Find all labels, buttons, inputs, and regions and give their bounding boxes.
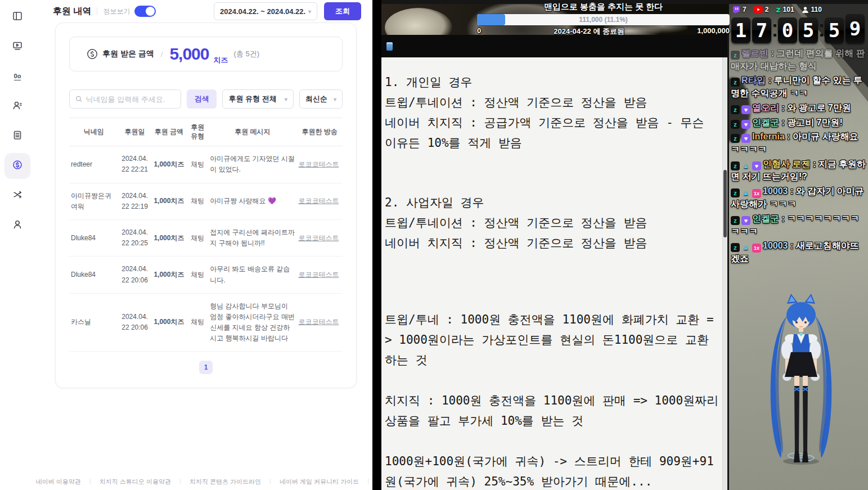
info-view-toggle[interactable] bbox=[134, 6, 156, 17]
summary-separator: / bbox=[161, 50, 163, 59]
cell-broadcast: 로코코테스트 bbox=[296, 183, 343, 219]
footer-link[interactable]: 네이버 이용약관 bbox=[36, 478, 81, 486]
chzzk-badge-icon: z bbox=[731, 51, 740, 60]
platform-stat-youtube: 2 bbox=[754, 6, 769, 14]
cell-type: 채팅 bbox=[187, 257, 208, 293]
cell-broadcast: 로코코테스트 bbox=[296, 257, 343, 293]
table-row: 아미뀨짱은귀여워2024.04.22 22:191,000치즈채팅아미규짱 사랑… bbox=[69, 183, 343, 219]
broadcast-link[interactable]: 로코코테스트 bbox=[298, 318, 339, 326]
nickname-search-input[interactable] bbox=[86, 95, 176, 104]
viewers-icon bbox=[802, 6, 809, 14]
cell-nickname: redteer bbox=[69, 146, 119, 183]
chat-message: z▲♥인형사 로젠 : 지금 후원하면 저기 뜨는거임!? bbox=[731, 158, 867, 183]
heart-badge-icon: ♥ bbox=[752, 161, 761, 170]
table-header-cell: 후원 유형 bbox=[187, 118, 208, 146]
footer-link[interactable]: 치지직 콘텐츠 가이드라인 bbox=[190, 478, 261, 486]
cell-amount: 1,000치즈 bbox=[151, 219, 187, 256]
goal-progress-bar: 111,000 (11.1%) bbox=[477, 14, 730, 25]
broadcast-link[interactable]: 로코코테스트 bbox=[298, 197, 339, 205]
search-button[interactable]: 검색 bbox=[187, 89, 217, 109]
broadcast-link[interactable]: 로코코테스트 bbox=[298, 160, 339, 168]
footer-link[interactable]: 치지직 스튜디오 이용약관 bbox=[100, 478, 171, 486]
chat-username: 열오리 bbox=[752, 103, 779, 113]
donation-card: 후원 받은 금액 / 5,000 치즈 (총 5건) 검색 후원 유형 전체▾ … bbox=[55, 23, 357, 388]
chevron-down-icon: ▾ bbox=[285, 96, 287, 102]
page-button[interactable]: 1 bbox=[199, 361, 213, 374]
notepad-titlebar[interactable] bbox=[381, 35, 727, 57]
cell-message: 아미규에게도 기자였던 시절이 있었다. bbox=[208, 146, 296, 183]
cell-message: 아무리 봐도 배송오류 같습니다. bbox=[208, 257, 296, 293]
summary-card: 후원 받은 금액 / 5,000 치즈 (총 5건) bbox=[69, 37, 343, 71]
sidebar-item-dashboard[interactable] bbox=[5, 4, 30, 30]
cell-date: 2024.04.22 20:06 bbox=[119, 257, 151, 293]
footer-link[interactable]: 네이버 게임 커뮤니티 가이드 bbox=[280, 478, 359, 486]
letterbox-edge bbox=[729, 0, 868, 4]
chat-message: z▲1x10003 : 새로고침해야뜨겠죠 bbox=[731, 240, 867, 266]
platform-stats-row: 72z101110 bbox=[732, 5, 868, 14]
notepad-paragraph: 치지직 : 1000원 충전액을 1100원에 판매 => 1000원짜리 상품… bbox=[385, 390, 720, 431]
notepad-paragraph: 2. 사업자일 경우 트윕/투네이션 : 정산액 기준으로 정산을 받음 네이버… bbox=[385, 192, 720, 253]
table-header-cell: 후원 금액 bbox=[151, 118, 187, 146]
summary-label: 후원 받은 금액 bbox=[102, 49, 154, 59]
cell-nickname: 아미뀨짱은귀여워 bbox=[69, 183, 119, 219]
sidebar-item-profile[interactable] bbox=[5, 213, 30, 239]
table-row: redteer2024.04.22 22:211,000치즈채팅아미규에게도 기… bbox=[69, 146, 343, 183]
search-icon bbox=[75, 95, 83, 103]
cell-type: 채팅 bbox=[187, 183, 208, 219]
platform-stat-viewers: 110 bbox=[802, 6, 822, 14]
dashboard-icon bbox=[12, 10, 23, 24]
cell-type: 채팅 bbox=[187, 219, 208, 256]
heart-badge-icon: ♥ bbox=[741, 105, 750, 114]
sidebar-item-revenue[interactable] bbox=[5, 153, 30, 179]
timer-digit: 5 bbox=[825, 17, 844, 43]
date-range-select[interactable]: 2024.04.22. ~ 2024.04.22. ▾ bbox=[214, 2, 317, 20]
cell-message: 형님 감사합니다 부모님이 엄청 좋아하시더라구요 매번 신세를 지네요 항상 … bbox=[208, 293, 296, 352]
sidebar-item-shuffle[interactable] bbox=[5, 183, 30, 209]
stat-count: 7 bbox=[743, 6, 746, 14]
cell-date: 2024.04.22 20:25 bbox=[119, 219, 151, 256]
sort-select[interactable]: 최신순▾ bbox=[299, 89, 343, 109]
sidebar-item-contents[interactable] bbox=[5, 123, 30, 149]
sidebar-item-community[interactable] bbox=[5, 93, 30, 119]
chat-message: z♥인켈군 : ㅋㅋㅋㅋㅋㅋㅋㅋㅋㅋㅋ bbox=[731, 213, 867, 238]
donation-history-panel: 후원 내역 정보보기 2024.04.22. ~ 2024.04.22. ▾ 조… bbox=[35, 0, 372, 490]
cell-message: 접지에 구리선에 페라이트까지 구해야 됩니까!! bbox=[208, 219, 296, 256]
info-view-label: 정보보기 bbox=[103, 7, 130, 16]
cell-broadcast: 로코코테스트 bbox=[296, 146, 343, 183]
stream-video-area: 맨입으로 봉춤을 추지는 못 한다 111,000 (11.1%) 0 2024… bbox=[381, 0, 868, 490]
stream-timer: 170559 bbox=[731, 17, 865, 43]
filter-row: 검색 후원 유형 전체▾ 최신순▾ bbox=[69, 89, 343, 109]
summary-unit: 치즈 bbox=[213, 55, 228, 65]
notepad-window: 1. 개인일 경우 트윕/투네이션 : 정산액 기준으로 정산을 받음 네이버 … bbox=[381, 35, 729, 490]
cell-amount: 1,000치즈 bbox=[151, 257, 187, 293]
cell-type: 채팅 bbox=[187, 293, 208, 352]
stat-count: 2 bbox=[765, 6, 769, 14]
goal-target: 1,000,000 bbox=[697, 26, 730, 35]
sidebar-item-stats[interactable]: 0o bbox=[5, 64, 30, 89]
toggle-knob bbox=[146, 7, 155, 16]
page-title: 후원 내역 bbox=[53, 6, 91, 17]
query-button[interactable]: 조회 bbox=[324, 2, 361, 20]
scrollbar-thumb[interactable] bbox=[723, 170, 727, 237]
users-icon bbox=[12, 100, 23, 113]
footer-separator: ㅣ bbox=[365, 478, 371, 486]
donation-type-select[interactable]: 후원 유형 전체▾ bbox=[222, 89, 293, 109]
sidebar-item-broadcast[interactable] bbox=[5, 34, 30, 60]
chzzk-badge-icon: z bbox=[731, 120, 740, 129]
broadcast-link[interactable]: 로코코테스트 bbox=[298, 271, 339, 278]
footer-separator: ㅣ bbox=[267, 478, 273, 486]
broadcast-link[interactable]: 로코코테스트 bbox=[298, 234, 339, 242]
divider bbox=[97, 7, 97, 15]
footer-separator: ㅣ bbox=[87, 478, 93, 486]
platform-stat-twitch: 7 bbox=[732, 6, 746, 14]
chat-overlay: z렐르빈 : 그런데 편의를 위해 판매자가 대납하는 형식zR타입 : 루니만… bbox=[731, 47, 867, 267]
notepad-text[interactable]: 1. 개인일 경우 트윕/투네이션 : 정산액 기준으로 정산을 받음 네이버 … bbox=[381, 57, 722, 490]
goal-labels: 0 2024-04-22 에 종료됨 1,000,000 bbox=[477, 26, 730, 35]
chzzk-icon: z bbox=[776, 5, 780, 14]
notepad-scrollbar[interactable] bbox=[722, 57, 727, 490]
footer-links: 네이버 이용약관ㅣ치지직 스튜디오 이용약관ㅣ치지직 콘텐츠 가이드라인ㅣ네이버… bbox=[35, 478, 372, 486]
screen: 0o 후원 내역 정보보기 2024.04.22. ~ 2024.04.22. … bbox=[0, 0, 868, 490]
chat-message: z렐르빈 : 그런데 편의를 위해 판매자가 대납하는 형식 bbox=[731, 47, 867, 73]
broadcast-icon bbox=[12, 40, 23, 53]
stream-scene: 72z101110 170559 z렐르빈 : 그런데 편의를 위해 판매자가 … bbox=[729, 0, 868, 490]
